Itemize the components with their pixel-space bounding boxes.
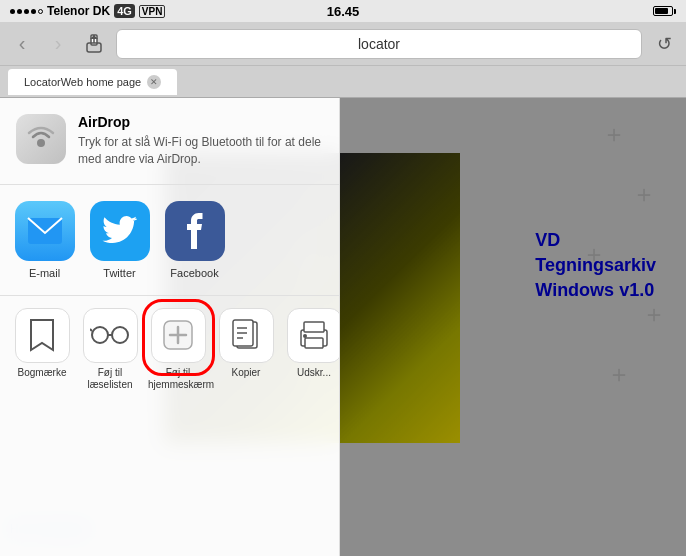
copy-label: Kopier — [232, 367, 261, 379]
twitter-label: Twitter — [103, 267, 135, 279]
print-label: Udskr... — [297, 367, 331, 379]
bookmark-icon — [15, 308, 70, 363]
copy-icon — [219, 308, 274, 363]
app-icons-row: E-mail Twitter — [0, 185, 339, 296]
twitter-icon — [90, 201, 150, 261]
bookmark-label: Bogmærke — [18, 367, 67, 379]
vpn-label: VPN — [139, 5, 166, 18]
status-time: 16.45 — [327, 4, 360, 19]
print-action[interactable]: Udskr... — [284, 308, 339, 379]
status-left: Telenor DK 4G VPN — [10, 4, 165, 18]
airdrop-icon — [16, 114, 66, 164]
email-label: E-mail — [29, 267, 60, 279]
copy-action[interactable]: Kopier — [216, 308, 276, 379]
tab-close-button[interactable]: ✕ — [147, 75, 161, 89]
reading-list-action[interactable]: Føj tillæselisten — [80, 308, 140, 391]
carrier-label: Telenor DK — [47, 4, 110, 18]
tab-item[interactable]: LocatorWeb home page ✕ — [8, 69, 177, 95]
email-icon — [15, 201, 75, 261]
dimmed-overlay — [340, 98, 686, 556]
airdrop-title: AirDrop — [78, 114, 323, 130]
svg-point-21 — [303, 334, 307, 338]
twitter-share-item[interactable]: Twitter — [87, 201, 152, 279]
share-button[interactable] — [80, 30, 108, 58]
main-content: VD Tegningsarkiv Windows v1.0 ＋ ＋ ＋ ＋ ＋ … — [0, 98, 686, 556]
tab-bar: LocatorWeb home page ✕ — [0, 66, 686, 98]
back-button[interactable]: ‹ — [8, 30, 36, 58]
svg-point-4 — [37, 139, 45, 147]
facebook-label: Facebook — [170, 267, 218, 279]
airdrop-text: AirDrop Tryk for at slå Wi-Fi og Bluetoo… — [78, 114, 323, 168]
svg-rect-19 — [304, 322, 324, 332]
tab-label: LocatorWeb home page — [24, 76, 141, 88]
print-icon — [287, 308, 340, 363]
battery-icon — [653, 6, 676, 16]
reading-list-label: Føj tillæselisten — [87, 367, 132, 391]
svg-rect-20 — [305, 338, 323, 348]
url-text: locator — [358, 36, 400, 52]
status-bar: Telenor DK 4G VPN 16.45 — [0, 0, 686, 22]
airdrop-section: AirDrop Tryk for at slå Wi-Fi og Bluetoo… — [0, 98, 339, 185]
signal-icon — [10, 9, 43, 14]
facebook-icon — [165, 201, 225, 261]
refresh-button[interactable]: ↺ — [650, 30, 678, 58]
facebook-share-item[interactable]: Facebook — [162, 201, 227, 279]
add-to-homescreen-action[interactable]: Føj tilhjemmeskærm — [148, 308, 208, 391]
bookmark-action[interactable]: Bogmærke — [12, 308, 72, 379]
forward-button[interactable]: › — [44, 30, 72, 58]
status-right — [653, 6, 676, 16]
svg-point-7 — [112, 327, 128, 343]
add-homescreen-icon — [151, 308, 206, 363]
network-label: 4G — [114, 4, 135, 18]
url-bar[interactable]: locator — [116, 29, 642, 59]
browser-toolbar: ‹ › locator ↺ — [0, 22, 686, 66]
svg-point-6 — [92, 327, 108, 343]
share-sheet: AirDrop Tryk for at slå Wi-Fi og Bluetoo… — [0, 98, 340, 556]
reading-list-icon — [83, 308, 138, 363]
svg-line-9 — [90, 329, 92, 331]
email-share-item[interactable]: E-mail — [12, 201, 77, 279]
action-row: Bogmærke Føj tillæselisten — [0, 296, 339, 403]
airdrop-description: Tryk for at slå Wi-Fi og Bluetooth til f… — [78, 134, 323, 168]
add-homescreen-label: Føj tilhjemmeskærm — [148, 367, 208, 391]
